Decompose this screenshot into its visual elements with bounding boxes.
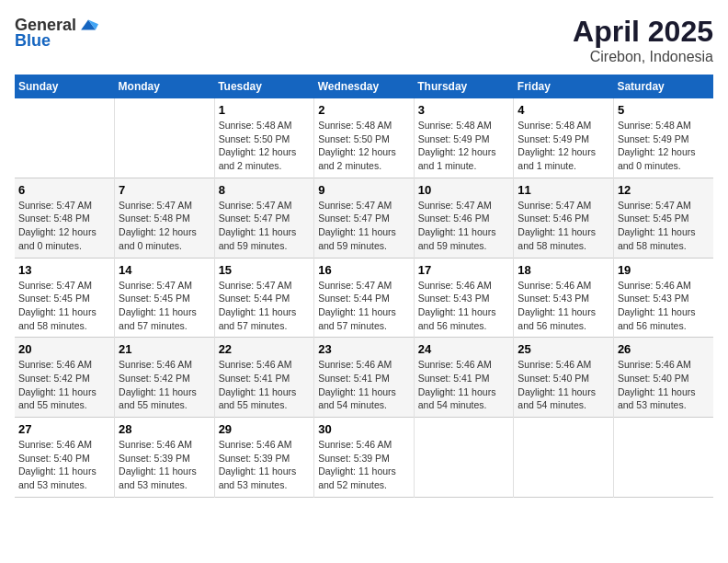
header-tuesday: Tuesday [214,75,314,98]
calendar-week-row: 27Sunrise: 5:46 AMSunset: 5:40 PMDayligh… [15,418,713,498]
day-info: Sunrise: 5:46 AMSunset: 5:39 PMDaylight:… [219,438,311,492]
calendar-cell: 16Sunrise: 5:47 AMSunset: 5:44 PMDayligh… [314,258,415,338]
calendar-cell: 11Sunrise: 5:47 AMSunset: 5:46 PMDayligh… [514,178,614,258]
header: General Blue April 2025 Cirebon, Indones… [15,15,713,65]
day-info: Sunrise: 5:46 AMSunset: 5:41 PMDaylight:… [418,358,510,412]
subtitle: Cirebon, Indonesia [573,49,713,65]
calendar-cell: 3Sunrise: 5:48 AMSunset: 5:49 PMDaylight… [414,98,514,178]
day-info: Sunrise: 5:47 AMSunset: 5:44 PMDaylight:… [318,279,410,333]
day-number: 14 [119,263,210,277]
calendar-cell: 12Sunrise: 5:47 AMSunset: 5:45 PMDayligh… [613,178,713,258]
calendar-cell: 13Sunrise: 5:47 AMSunset: 5:45 PMDayligh… [15,258,115,338]
calendar-cell: 22Sunrise: 5:46 AMSunset: 5:41 PMDayligh… [214,338,314,418]
calendar-table: SundayMondayTuesdayWednesdayThursdayFrid… [15,75,713,498]
calendar-cell: 26Sunrise: 5:46 AMSunset: 5:40 PMDayligh… [613,338,713,418]
calendar-cell: 1Sunrise: 5:48 AMSunset: 5:50 PMDaylight… [214,98,314,178]
header-friday: Friday [514,75,614,98]
header-sunday: Sunday [15,75,115,98]
day-number: 4 [518,103,609,117]
day-number: 2 [318,103,410,117]
day-number: 27 [18,422,110,436]
calendar-header-row: SundayMondayTuesdayWednesdayThursdayFrid… [15,75,713,98]
calendar-cell: 20Sunrise: 5:46 AMSunset: 5:42 PMDayligh… [15,338,115,418]
day-number: 30 [318,422,410,436]
day-number: 8 [219,183,311,197]
main-title: April 2025 [573,15,713,49]
day-number: 19 [618,263,710,277]
calendar-cell: 19Sunrise: 5:46 AMSunset: 5:43 PMDayligh… [613,258,713,338]
day-info: Sunrise: 5:46 AMSunset: 5:40 PMDaylight:… [518,358,609,412]
calendar-cell: 30Sunrise: 5:46 AMSunset: 5:39 PMDayligh… [314,418,415,498]
calendar-cell: 23Sunrise: 5:46 AMSunset: 5:41 PMDayligh… [314,338,415,418]
day-number: 3 [418,103,510,117]
calendar-cell: 6Sunrise: 5:47 AMSunset: 5:48 PMDaylight… [15,178,115,258]
day-number: 28 [119,422,210,436]
calendar-cell: 10Sunrise: 5:47 AMSunset: 5:46 PMDayligh… [414,178,514,258]
day-info: Sunrise: 5:48 AMSunset: 5:49 PMDaylight:… [618,119,710,173]
calendar-cell: 24Sunrise: 5:46 AMSunset: 5:41 PMDayligh… [414,338,514,418]
day-number: 23 [318,342,410,356]
calendar-cell: 27Sunrise: 5:46 AMSunset: 5:40 PMDayligh… [15,418,115,498]
calendar-cell [514,418,614,498]
calendar-week-row: 1Sunrise: 5:48 AMSunset: 5:50 PMDaylight… [15,98,713,178]
calendar-cell: 28Sunrise: 5:46 AMSunset: 5:39 PMDayligh… [115,418,215,498]
day-number: 6 [18,183,110,197]
day-info: Sunrise: 5:46 AMSunset: 5:39 PMDaylight:… [119,438,210,492]
day-info: Sunrise: 5:48 AMSunset: 5:50 PMDaylight:… [219,119,311,173]
calendar-cell: 15Sunrise: 5:47 AMSunset: 5:44 PMDayligh… [214,258,314,338]
calendar-cell: 29Sunrise: 5:46 AMSunset: 5:39 PMDayligh… [214,418,314,498]
calendar-cell [15,98,115,178]
day-number: 11 [518,183,609,197]
calendar-week-row: 20Sunrise: 5:46 AMSunset: 5:42 PMDayligh… [15,338,713,418]
calendar-cell [414,418,514,498]
logo-icon [78,15,98,35]
header-wednesday: Wednesday [314,75,415,98]
header-saturday: Saturday [613,75,713,98]
day-info: Sunrise: 5:47 AMSunset: 5:48 PMDaylight:… [18,199,110,253]
title-area: April 2025 Cirebon, Indonesia [573,15,713,65]
day-number: 10 [418,183,510,197]
calendar-cell: 14Sunrise: 5:47 AMSunset: 5:45 PMDayligh… [115,258,215,338]
day-info: Sunrise: 5:47 AMSunset: 5:45 PMDaylight:… [18,279,110,333]
calendar-cell: 25Sunrise: 5:46 AMSunset: 5:40 PMDayligh… [514,338,614,418]
day-info: Sunrise: 5:46 AMSunset: 5:40 PMDaylight:… [18,438,110,492]
day-number: 13 [18,263,110,277]
day-info: Sunrise: 5:47 AMSunset: 5:46 PMDaylight:… [418,199,510,253]
calendar-cell: 21Sunrise: 5:46 AMSunset: 5:42 PMDayligh… [115,338,215,418]
calendar-cell: 4Sunrise: 5:48 AMSunset: 5:49 PMDaylight… [514,98,614,178]
logo: General Blue [15,15,98,51]
day-info: Sunrise: 5:47 AMSunset: 5:48 PMDaylight:… [119,199,210,253]
calendar-cell: 5Sunrise: 5:48 AMSunset: 5:49 PMDaylight… [613,98,713,178]
day-info: Sunrise: 5:48 AMSunset: 5:49 PMDaylight:… [518,119,609,173]
calendar-week-row: 6Sunrise: 5:47 AMSunset: 5:48 PMDaylight… [15,178,713,258]
day-info: Sunrise: 5:46 AMSunset: 5:42 PMDaylight:… [119,358,210,412]
calendar-cell: 17Sunrise: 5:46 AMSunset: 5:43 PMDayligh… [414,258,514,338]
day-number: 17 [418,263,510,277]
day-number: 26 [618,342,710,356]
day-number: 16 [318,263,410,277]
calendar-cell [115,98,215,178]
day-info: Sunrise: 5:46 AMSunset: 5:39 PMDaylight:… [318,438,410,492]
day-number: 5 [618,103,710,117]
day-number: 18 [518,263,609,277]
day-info: Sunrise: 5:47 AMSunset: 5:45 PMDaylight:… [618,199,710,253]
calendar-cell: 8Sunrise: 5:47 AMSunset: 5:47 PMDaylight… [214,178,314,258]
day-number: 20 [18,342,110,356]
day-info: Sunrise: 5:46 AMSunset: 5:41 PMDaylight:… [219,358,311,412]
day-info: Sunrise: 5:47 AMSunset: 5:44 PMDaylight:… [219,279,311,333]
calendar-week-row: 13Sunrise: 5:47 AMSunset: 5:45 PMDayligh… [15,258,713,338]
calendar-cell [613,418,713,498]
day-number: 22 [219,342,311,356]
day-number: 15 [219,263,311,277]
logo-blue: Blue [15,31,51,51]
day-number: 21 [119,342,210,356]
calendar-cell: 9Sunrise: 5:47 AMSunset: 5:47 PMDaylight… [314,178,415,258]
calendar-cell: 2Sunrise: 5:48 AMSunset: 5:50 PMDaylight… [314,98,415,178]
day-info: Sunrise: 5:46 AMSunset: 5:40 PMDaylight:… [618,358,710,412]
day-info: Sunrise: 5:46 AMSunset: 5:42 PMDaylight:… [18,358,110,412]
calendar-cell: 7Sunrise: 5:47 AMSunset: 5:48 PMDaylight… [115,178,215,258]
day-number: 25 [518,342,609,356]
day-info: Sunrise: 5:47 AMSunset: 5:45 PMDaylight:… [119,279,210,333]
day-info: Sunrise: 5:47 AMSunset: 5:46 PMDaylight:… [518,199,609,253]
day-info: Sunrise: 5:46 AMSunset: 5:43 PMDaylight:… [518,279,609,333]
